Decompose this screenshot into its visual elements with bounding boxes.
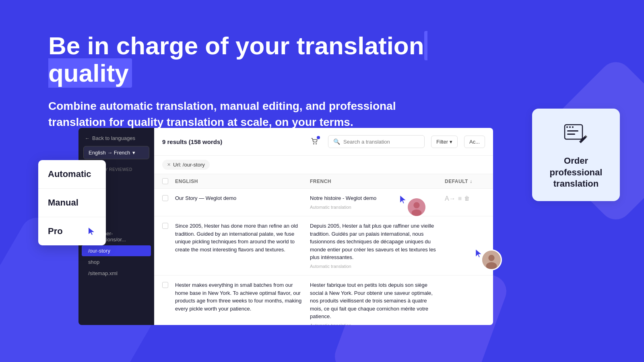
user-avatar-image-2 [482,250,501,269]
filter-tag-label: Url: /our-story [173,162,205,168]
french-text-2: Depuis 2005, Hester a fait plus que raff… [310,222,437,261]
svg-point-11 [572,126,574,128]
checkbox-2[interactable] [162,223,168,229]
row-actions-1: A→ ≡ 🗑 [445,194,485,202]
main-panel: 9 results (158 words) 🔍 Filter ▾ Ac... [154,128,493,325]
svg-point-10 [569,126,571,128]
table-body: Our Story — Weglot demo Notre histoire -… [154,189,493,325]
cart-notification-dot [317,136,320,139]
sort-icon[interactable]: ↓ [470,179,473,184]
row-actions-3 [445,281,485,282]
avatar-face-2 [482,251,501,269]
pro-label: Pro [48,226,63,237]
svg-point-4 [412,210,422,216]
avatar-1 [407,197,427,217]
sidebar-url-our-story[interactable]: /our-story [82,245,151,256]
hero-subtitle: Combine automatic translation, manual ed… [48,98,491,130]
back-label: Back to languages [92,135,135,141]
dropdown-manual[interactable]: Manual [38,189,106,217]
row-checkbox-1[interactable] [162,194,175,201]
table-header: ENGLISH FRENCH DEFAULT ↓ [154,174,493,189]
sidebar-url-sitemap[interactable]: /sitemap.xml [82,268,151,279]
search-icon: 🔍 [333,138,340,145]
checkbox-1[interactable] [162,195,168,201]
header-checkbox[interactable] [162,178,175,184]
cursor-2-wrapper [474,249,484,260]
row-english-2: Since 2005, Hester has done more than re… [175,222,310,253]
row-french-3: Hester fabrique tout en petits lots depu… [310,281,445,325]
row-english-1: Our Story — Weglot demo [175,194,310,202]
english-text-1: Our Story — Weglot demo [175,194,302,202]
hero-title-text: Be in charge of your translation [48,32,424,60]
cart-button[interactable] [307,134,322,149]
menu-icon-1[interactable]: ≡ [458,195,462,202]
cursor-1-wrapper [398,195,408,206]
delete-icon-1[interactable]: 🗑 [464,195,470,202]
chevron-down-icon: ▾ [132,150,135,156]
automatic-label: Automatic [48,169,91,179]
order-card-label: Order professional translation [542,155,610,190]
hero-title: Be in charge of your translation quality [48,32,491,87]
order-professional-translation-card[interactable]: Order professional translation [532,109,620,201]
svg-point-3 [413,202,419,208]
english-text-2: Since 2005, Hester has done more than re… [175,222,302,253]
filter-label: Filter [436,139,448,145]
action-button[interactable]: Ac... [464,136,485,148]
header-french: FRENCH [310,179,445,184]
select-all-checkbox[interactable] [162,178,168,184]
cursor-icon [87,227,96,236]
action-label: Ac... [469,139,480,145]
avatar-2 [481,249,502,270]
header-english: ENGLISH [175,179,310,184]
results-count: 9 results (158 words) [162,138,222,145]
translation-type-dropdown: Automatic Manual Pro [38,160,106,245]
svg-point-6 [488,255,494,261]
french-text-3: Hester fabrique tout en petits lots depu… [310,281,437,321]
toolbar: 9 results (158 words) 🔍 Filter ▾ Ac... [154,128,493,156]
cursor-icon-2 [474,249,484,258]
row-french-2: Depuis 2005, Hester a fait plus que raff… [310,222,445,269]
row-checkbox-3[interactable] [162,281,175,288]
manual-label: Manual [48,197,78,208]
translate-icon-1[interactable]: A→ [445,195,456,202]
table-row: Hester makes everything in small batches… [154,276,493,325]
auto-label-2: Automatic translation [310,263,437,270]
svg-point-0 [313,143,314,144]
dropdown-pro[interactable]: Pro [38,217,106,245]
sidebar-url-shop[interactable]: shop [82,257,151,267]
english-text-3: Hester makes everything in small batches… [175,281,302,313]
checkbox-3[interactable] [162,282,168,288]
back-to-languages[interactable]: ← Back to languages [78,128,154,146]
user-avatar-image-1 [408,198,425,216]
svg-point-1 [316,143,317,144]
default-label: DEFAULT [445,179,468,184]
filter-button[interactable]: Filter ▾ [431,136,458,148]
avatar-face-1 [408,198,425,216]
filter-row: ✕ Url: /our-story [154,156,493,174]
language-selector-button[interactable]: English → French ▾ [83,146,149,159]
cursor-icon-1 [398,195,408,204]
row-english-3: Hester makes everything in small batches… [175,281,310,313]
ui-window: ← Back to languages English → French ▾ M… [78,128,493,325]
svg-point-9 [566,126,568,128]
table-row: Since 2005, Hester has done more than re… [154,216,493,276]
svg-rect-13 [567,134,575,135]
close-icon: ✕ [167,162,171,167]
table-row: Our Story — Weglot demo Notre histoire -… [154,189,493,216]
svg-rect-12 [567,130,578,132]
search-box: 🔍 [328,135,425,148]
row-actions-2 [445,222,485,223]
lang-label: English → French [89,150,130,156]
row-checkbox-2[interactable] [162,222,175,229]
back-arrow-icon: ← [85,136,90,141]
filter-tag-url[interactable]: ✕ Url: /our-story [162,160,210,170]
header-default: DEFAULT ↓ [445,179,485,184]
translation-card-icon [563,121,589,147]
dropdown-automatic[interactable]: Automatic [38,160,106,189]
chevron-down-icon: ▾ [450,139,452,145]
auto-label-3: Automatic translation [310,322,437,325]
search-input[interactable] [343,139,419,145]
